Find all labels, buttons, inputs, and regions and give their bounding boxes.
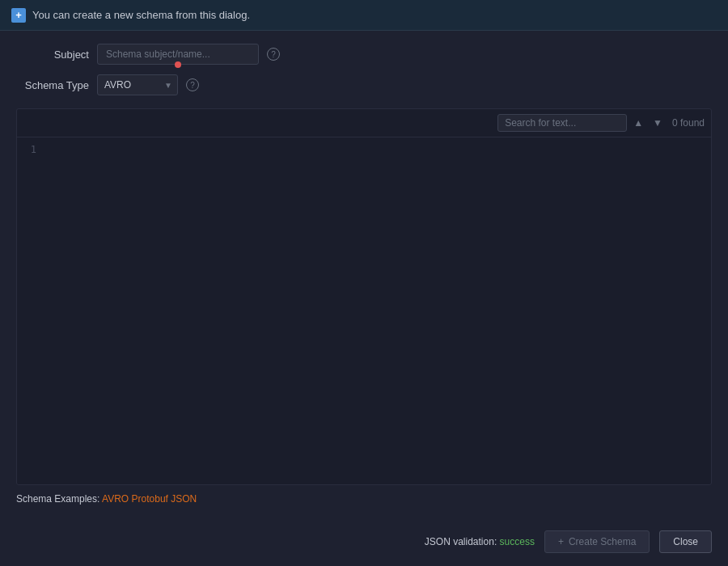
- editor-container: ▲ ▼ 0 found 1: [16, 108, 712, 485]
- search-up-button[interactable]: ▲: [630, 116, 646, 130]
- banner-icon: +: [11, 8, 26, 23]
- schema-link-json[interactable]: JSON: [171, 493, 197, 505]
- schema-type-row: Schema Type AVRO JSON PROTOBUF ▼ ?: [16, 74, 712, 95]
- validation-label: JSON validation: success: [425, 536, 535, 547]
- schema-examples: Schema Examples: AVRO Protobuf JSON: [16, 485, 712, 509]
- required-indicator: [175, 61, 181, 68]
- found-count: 0 found: [672, 117, 705, 129]
- line-number-1: 1: [25, 144, 36, 155]
- subject-input-wrapper: [97, 44, 259, 65]
- bottom-bar: JSON validation: success + Create Schema…: [0, 522, 728, 566]
- schema-link-avro[interactable]: AVRO: [102, 493, 129, 505]
- banner-text: You can create a new schema from this di…: [32, 9, 250, 21]
- main-content: Subject ? Schema Type AVRO JSON PROTOBUF…: [0, 31, 728, 522]
- subject-label: Subject: [16, 49, 89, 61]
- subject-row: Subject ?: [16, 44, 712, 65]
- search-input[interactable]: [497, 114, 627, 132]
- info-banner: + You can create a new schema from this …: [0, 0, 728, 31]
- schema-link-protobuf[interactable]: Protobuf: [132, 493, 168, 505]
- editor-toolbar: ▲ ▼ 0 found: [17, 109, 711, 137]
- editor-body: 1: [17, 137, 711, 484]
- create-icon: +: [558, 536, 564, 547]
- search-down-button[interactable]: ▼: [650, 116, 666, 130]
- create-schema-button[interactable]: + Create Schema: [544, 530, 650, 553]
- schema-type-select[interactable]: AVRO JSON PROTOBUF: [97, 74, 178, 95]
- close-label: Close: [673, 536, 698, 547]
- line-numbers: 1: [17, 137, 41, 484]
- schema-type-help-icon[interactable]: ?: [186, 78, 199, 91]
- create-label: Create Schema: [569, 536, 636, 547]
- subject-help-icon[interactable]: ?: [267, 48, 280, 61]
- code-editor[interactable]: [41, 137, 711, 484]
- examples-label: Schema Examples:: [16, 493, 99, 505]
- validation-status: success: [500, 536, 535, 547]
- close-button[interactable]: Close: [659, 530, 712, 553]
- schema-type-select-wrapper: AVRO JSON PROTOBUF ▼: [97, 74, 178, 95]
- schema-type-label: Schema Type: [16, 79, 89, 91]
